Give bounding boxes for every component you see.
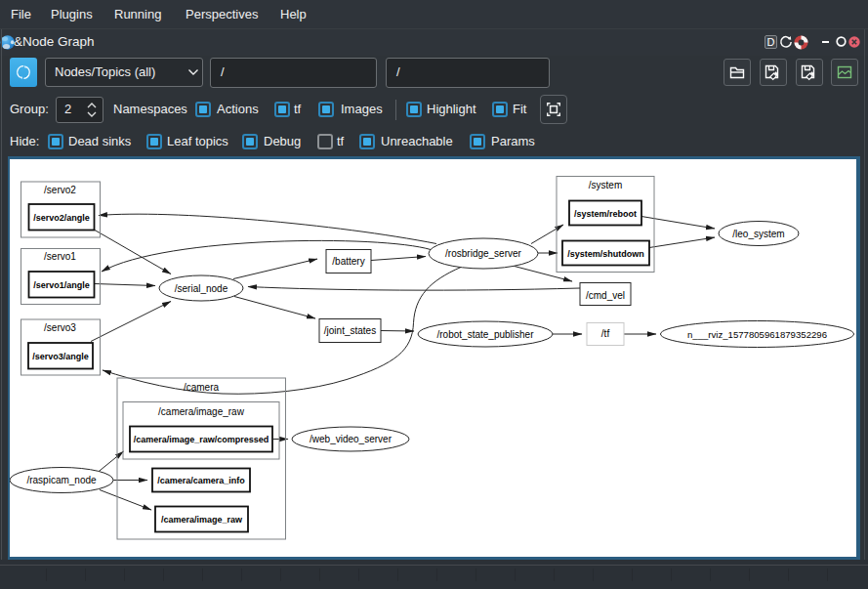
svg-text:/web_video_server: /web_video_server: [310, 434, 393, 444]
svg-text:/joint_states: /joint_states: [324, 325, 376, 336]
svg-text:/camera: /camera: [184, 382, 220, 393]
svg-text:/camera/camera_info: /camera/camera_info: [157, 476, 245, 485]
svg-text:/servo1: /servo1: [44, 251, 76, 262]
svg-text:/leo_system: /leo_system: [732, 228, 784, 238]
svg-text:/camera/image_raw: /camera/image_raw: [161, 515, 243, 525]
svg-text:/camera/image_raw: /camera/image_raw: [158, 405, 245, 416]
svg-text:/servo2: /servo2: [44, 184, 76, 194]
svg-text:/servo1/angle: /servo1/angle: [33, 279, 90, 289]
svg-text:/servo3/angle: /servo3/angle: [32, 351, 89, 360]
svg-text:/serial_node: /serial_node: [175, 282, 228, 293]
svg-text:/servo2/angle: /servo2/angle: [33, 212, 90, 222]
svg-text:/system: /system: [589, 179, 622, 189]
svg-text:/system/shutdown: /system/shutdown: [567, 248, 644, 258]
svg-text:/servo3: /servo3: [44, 321, 76, 332]
svg-text:/cmd_vel: /cmd_vel: [586, 289, 625, 300]
svg-text:/robot_state_publisher: /robot_state_publisher: [437, 328, 535, 339]
svg-text:/rosbridge_server: /rosbridge_server: [445, 248, 521, 259]
svg-text:/battery: /battery: [332, 256, 364, 267]
svg-text:/camera/image_raw/compressed: /camera/image_raw/compressed: [134, 435, 269, 444]
svg-text:/raspicam_node: /raspicam_node: [26, 475, 97, 485]
svg-text:/system/reboot: /system/reboot: [574, 208, 637, 218]
svg-text:n___rviz_1577805961879352296: n___rviz_1577805961879352296: [687, 328, 827, 339]
svg-text:/tf: /tf: [601, 328, 610, 339]
